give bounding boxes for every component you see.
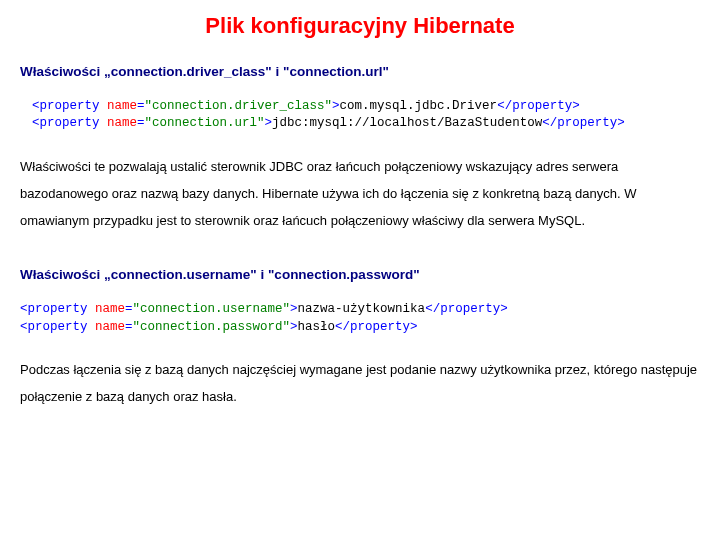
code-token: name [107, 116, 137, 130]
code-token: </property> [497, 99, 580, 113]
section1-paragraph: Właściwości te pozwalają ustalić sterown… [20, 153, 700, 235]
code-token: <property [20, 302, 95, 316]
code-token: </property> [542, 116, 625, 130]
code-token: </property> [425, 302, 508, 316]
section2-codeblock: <property name="connection.username">naz… [20, 301, 700, 336]
code-token: hasło [298, 320, 336, 334]
code-token: = [125, 320, 133, 334]
code-token: name [95, 320, 125, 334]
code-token: nazwa-użytkownika [298, 302, 426, 316]
section2-paragraph: Podczas łączenia się z bazą danych najcz… [20, 356, 700, 411]
code-token: name [95, 302, 125, 316]
code-token: <property [32, 116, 107, 130]
code-token: jdbc:mysql://localhost/BazaStudentow [272, 116, 542, 130]
code-token: name [107, 99, 137, 113]
code-token: "connection.url" [145, 116, 265, 130]
code-token: <property [32, 99, 107, 113]
code-token: > [265, 116, 273, 130]
slide-page: Plik konfiguracyjny Hibernate Właściwośc… [0, 0, 720, 459]
code-token: = [137, 99, 145, 113]
section1-heading: Właściwości „connection.driver_class" i … [20, 60, 700, 84]
code-token: </property> [335, 320, 418, 334]
code-token: <property [20, 320, 95, 334]
code-token: com.mysql.jdbc.Driver [340, 99, 498, 113]
code-token: = [137, 116, 145, 130]
page-title: Plik konfiguracyjny Hibernate [20, 6, 700, 46]
section1-codeblock: <property name="connection.driver_class"… [32, 98, 700, 133]
code-token: "connection.driver_class" [145, 99, 333, 113]
code-token: "connection.username" [133, 302, 291, 316]
code-token: > [290, 302, 298, 316]
code-token: = [125, 302, 133, 316]
section2-heading: Właściwości „connection.username" i "con… [20, 263, 700, 287]
code-token: "connection.password" [133, 320, 291, 334]
code-token: > [290, 320, 298, 334]
code-token: > [332, 99, 340, 113]
